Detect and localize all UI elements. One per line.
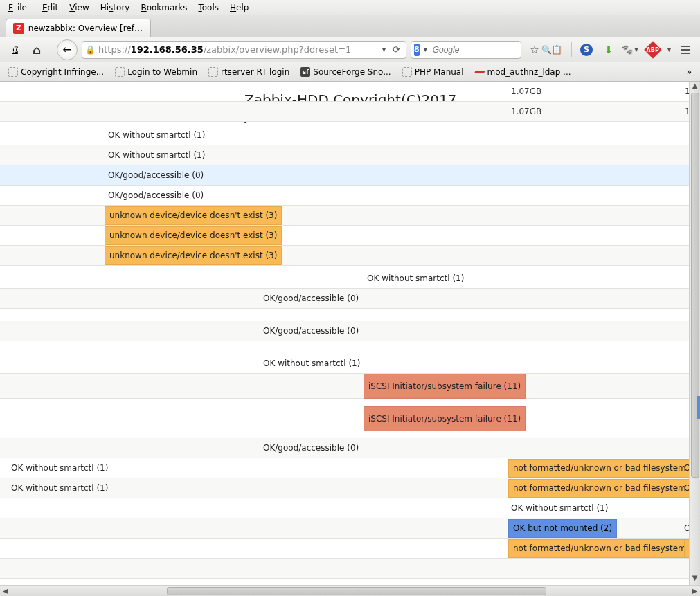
clipboard-icon <box>551 44 562 55</box>
bookmark-label: mod_authnz_ldap ... <box>487 67 571 77</box>
tabstrip: Z newzabbix: Overview [refr... <box>0 15 700 37</box>
bookmark-label: SourceForge Sno... <box>313 67 391 77</box>
status-cell: no <box>680 539 689 559</box>
bookmark-item[interactable]: mod_authnz_ldap ... <box>471 66 575 78</box>
table-row: not formatted/unknown or bad filesystem … <box>0 539 689 559</box>
reader-button[interactable] <box>548 41 566 59</box>
bookmark-overflow[interactable]: » <box>683 67 696 77</box>
menu-bookmarks[interactable]: Bookmarks <box>136 0 191 15</box>
bookmark-item[interactable]: sfSourceForge Sno... <box>296 66 395 78</box>
menu-view[interactable]: View <box>65 0 93 15</box>
star-icon <box>530 44 539 56</box>
reload-button[interactable]: ⟳ <box>390 44 403 55</box>
status-cell: OK/good/accessible (0) <box>259 321 363 341</box>
table-row: OK without smartctl (1) not formatted/un… <box>0 478 689 498</box>
paw-icon <box>622 44 633 55</box>
status-cell: OK without smartctl (1) <box>259 354 364 374</box>
back-button[interactable]: ← <box>57 39 78 60</box>
tab-favicon: Z <box>13 23 24 34</box>
browser-tab[interactable]: Z newzabbix: Overview [refr... <box>6 19 151 37</box>
scroll-track[interactable] <box>691 93 699 574</box>
bookmark-label: PHP Manual <box>415 67 464 77</box>
status-cell: OK without smartctl (1) <box>507 498 612 518</box>
search-engine-dropdown[interactable]: ▾ <box>422 46 429 53</box>
stylish-icon: S <box>580 44 593 56</box>
bookmark-star-button[interactable] <box>526 41 544 59</box>
table-row: OK without smartctl (1) <box>0 145 689 165</box>
status-cell: OK/good/accessible (0) <box>259 438 363 458</box>
adblock-dropdown[interactable]: ▾ <box>666 46 672 53</box>
cell-size-cut: 1.0 <box>681 102 689 122</box>
home-button[interactable] <box>28 41 46 59</box>
table-row: OK without smartctl (1) <box>0 354 689 374</box>
table-row <box>0 559 689 579</box>
table-row: OK/good/accessible (0) <box>0 438 689 458</box>
downloads-button[interactable] <box>600 41 618 59</box>
chevron-down-icon: ▾ <box>633 46 639 53</box>
menu-edit[interactable]: Edit <box>38 0 62 15</box>
status-pill-warning: not formatted/unknown or bad filesystem … <box>508 459 689 478</box>
search-input[interactable] <box>431 44 539 55</box>
menu-tools[interactable]: Tools <box>194 0 223 15</box>
bookmark-item[interactable]: PHP Manual <box>398 66 468 78</box>
download-icon <box>604 44 613 56</box>
bookmark-icon <box>208 67 218 77</box>
vertical-scrollbar[interactable]: ▲ ▼ <box>689 82 700 585</box>
bookmark-item[interactable]: rtserver RT login <box>204 66 294 78</box>
bookmark-icon <box>115 67 125 77</box>
adblock-button[interactable]: ABP <box>644 41 662 59</box>
menu-file[interactable]: File <box>4 0 35 15</box>
scroll-thumb[interactable] <box>691 93 699 478</box>
url-history-dropdown[interactable]: ▾ <box>381 46 387 53</box>
menu-button[interactable] <box>676 41 694 59</box>
scroll-thumb[interactable]: ··· <box>167 587 546 595</box>
greasemonkey-button[interactable]: ▾ <box>622 41 640 59</box>
bookmark-label: rtserver RT login <box>221 67 289 77</box>
search-engine-icon[interactable]: 8 <box>414 44 420 56</box>
status-pill-warning: not formatted/unknown or bad filesystem … <box>508 539 689 558</box>
table-row: OK without smartctl (1) not formatted/un… <box>0 458 689 478</box>
status-pill-warning: not formatted/unknown or bad filesystem … <box>508 479 689 498</box>
print-button[interactable] <box>6 41 24 59</box>
url-bar[interactable]: 🔒 https://192.168.56.35/zabbix/overview.… <box>82 41 406 59</box>
page-content: Zabbix-HDD Copyright(C)2017 Jim Dutton 1… <box>0 82 689 585</box>
cell-size: 1.07GB <box>507 102 546 122</box>
table-row: OK without smartctl (1) <box>0 498 689 518</box>
apache-icon <box>474 71 485 73</box>
status-cell: iSCSI Initiator/subsystem failure (11) <box>359 374 530 399</box>
home-icon <box>33 43 41 57</box>
horizontal-scrollbar[interactable]: ◀ ··· ▶ <box>0 585 700 596</box>
stylish-button[interactable]: S <box>577 41 595 59</box>
status-cell: iSCSI Initiator/subsystem failure (11) <box>359 406 530 431</box>
cell-size-cut: 1.0 <box>681 82 689 102</box>
scroll-up-button[interactable]: ▲ <box>690 82 700 93</box>
table-row <box>0 341 689 354</box>
scroll-marker <box>697 396 701 419</box>
tab-title: newzabbix: Overview [refr... <box>28 24 143 33</box>
scroll-track[interactable]: ··· <box>11 587 689 595</box>
toolbar-separator <box>571 42 572 57</box>
table-row: unknown device/device doesn't exist (3) <box>0 206 689 226</box>
table-row: OK/good/accessible (0) <box>0 289 689 309</box>
table-row: OK/good/accessible (0) <box>0 186 689 206</box>
status-cell: unknown device/device doesn't exist (3) <box>100 246 286 266</box>
table-row: unknown device/device doesn't exist (3) <box>0 246 689 266</box>
menu-history[interactable]: History <box>96 0 134 15</box>
table-row[interactable]: OK/good/accessible (0) <box>0 165 689 186</box>
status-pill-info: OK but not mounted (2) <box>508 519 617 538</box>
bookmark-item[interactable]: Copyright Infringe... <box>4 66 108 78</box>
table-row: unknown device/device doesn't exist (3) <box>0 226 689 246</box>
bookmark-label: Copyright Infringe... <box>21 67 104 77</box>
scroll-right-button[interactable]: ▶ <box>689 587 700 595</box>
sourceforge-icon: sf <box>300 67 310 77</box>
status-cell: OK without smartctl (1) <box>104 125 209 145</box>
scroll-left-button[interactable]: ◀ <box>0 587 11 595</box>
search-box[interactable]: 8 ▾ 🔍 <box>411 41 521 59</box>
status-cell: OK/good/accessible (0) <box>104 165 208 186</box>
menu-help[interactable]: Help <box>226 0 253 15</box>
content-viewport: Zabbix-HDD Copyright(C)2017 Jim Dutton 1… <box>0 82 700 596</box>
bookmark-item[interactable]: Login to Webmin <box>111 66 201 78</box>
scroll-down-button[interactable]: ▼ <box>690 574 700 585</box>
table-row: OK without smartctl (1) <box>0 125 689 145</box>
table-row: iSCSI Initiator/subsystem failure (11) <box>0 406 689 431</box>
